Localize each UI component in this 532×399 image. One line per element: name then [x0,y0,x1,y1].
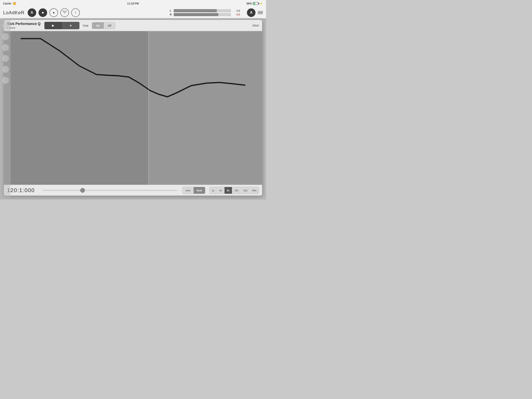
time-mode-button[interactable]: time [183,187,194,194]
app-title: LoAdKeR [3,10,25,15]
scrub-bar[interactable] [42,190,177,191]
sidebar-item-1 [2,22,9,29]
sidebar-item-2 [2,33,9,40]
sidebar-item-4 [2,55,9,62]
battery-icon [253,2,258,5]
waveform-svg [4,31,262,185]
beat-mode-button[interactable]: beat [194,187,205,194]
volume-bar-L-bg [174,9,231,12]
lightning-icon: ⚡ [260,2,263,5]
info-button[interactable]: i [71,8,80,17]
mult-64x[interactable]: 64x [250,187,259,194]
main-content: Kick Performance Q 8 beats ▶ ■ loop On O… [0,18,266,200]
account-button-right[interactable]: A [247,8,255,17]
status-time: 11:18 PM [127,2,139,5]
waveform-panel: Kick Performance Q 8 beats ▶ ■ loop On O… [4,20,262,196]
battery-percent: 36% [246,2,252,5]
account-icon: A [31,11,33,15]
status-right: 36% ⚡ [246,2,263,5]
status-left: Carrier 📶 [3,2,16,5]
svg-rect-1 [4,31,149,185]
volume-value-R: -0.3 [232,13,240,16]
volume-value-L: -1.0 [232,9,240,12]
volume-bar-R-bg [174,13,231,16]
track-title: Kick Performance Q [7,22,40,26]
stop-transport-button[interactable]: ■ [62,22,79,29]
app-header: LoAdKeR A ■ ● i L -1.0 R [0,7,266,18]
time-beat-mode-toggle: time beat [183,187,205,194]
sidebar-item-3 [2,44,9,51]
wifi-button[interactable] [60,8,69,17]
volume-bar-R-fill [174,13,218,16]
sidebar-item-6 [2,77,9,84]
volume-meters: L -1.0 R -0.3 [170,9,240,16]
stop-transport-icon: ■ [70,24,71,27]
account-button-left[interactable]: A [28,8,36,17]
transport-controls: ▶ ■ [44,22,79,29]
menu-button[interactable] [258,11,263,14]
loop-label: loop [83,24,89,27]
time-position-display: 120:1:000 [7,187,38,193]
hamburger-line-2 [258,12,263,13]
multiplier-group: 1x 4x 8x 16x 32x 64x [209,187,259,194]
mult-4x[interactable]: 4x [217,187,225,194]
sidebar-item-5 [2,66,9,73]
volume-label-L: L [170,9,172,12]
mult-32x[interactable]: 32x [241,187,250,194]
volume-meter-R: R -0.3 [170,13,240,16]
waveform-area[interactable] [4,31,262,185]
loop-toggle: On Off [92,22,115,29]
bottom-controls: 120:1:000 time beat 1x 4x 8x 16x 32x 64x [4,185,262,196]
time-display-status: 11:18 PM [127,2,139,5]
header-right-controls: A [247,8,263,17]
play-button[interactable]: ▶ [44,22,62,29]
clear-button[interactable]: clear [252,24,259,27]
loop-off-button[interactable]: Off [104,22,115,29]
scrub-thumb[interactable] [80,188,85,193]
record-button[interactable]: ● [50,8,58,17]
stop-icon: ■ [42,11,44,14]
sidebar-background [0,18,11,200]
svg-rect-2 [149,31,262,185]
loop-on-button[interactable]: On [92,22,104,29]
hamburger-line-1 [258,11,263,12]
stop-button[interactable]: ■ [38,8,47,17]
record-icon: ● [53,11,55,14]
mult-16x[interactable]: 16x [232,187,241,194]
info-icon: i [75,11,76,15]
volume-meter-L: L -1.0 [170,9,240,12]
mult-1x[interactable]: 1x [209,187,217,194]
panel-toolbar: Kick Performance Q 8 beats ▶ ■ loop On O… [4,20,262,31]
hamburger-line-3 [258,14,263,14]
volume-label-R: R [170,13,172,16]
battery-fill [253,3,255,5]
volume-bar-L-fill [174,9,217,12]
wifi-icon [63,11,67,15]
mult-8x[interactable]: 8x [225,187,232,194]
carrier-label: Carrier [3,2,12,5]
play-icon: ▶ [52,24,54,27]
wifi-status-icon: 📶 [13,2,16,5]
playhead-line [149,31,149,185]
status-bar: Carrier 📶 11:18 PM 36% ⚡ [0,0,266,7]
account-icon-right: A [250,11,253,15]
track-beats: 8 beats [7,26,40,29]
track-info: Kick Performance Q 8 beats [7,22,40,29]
